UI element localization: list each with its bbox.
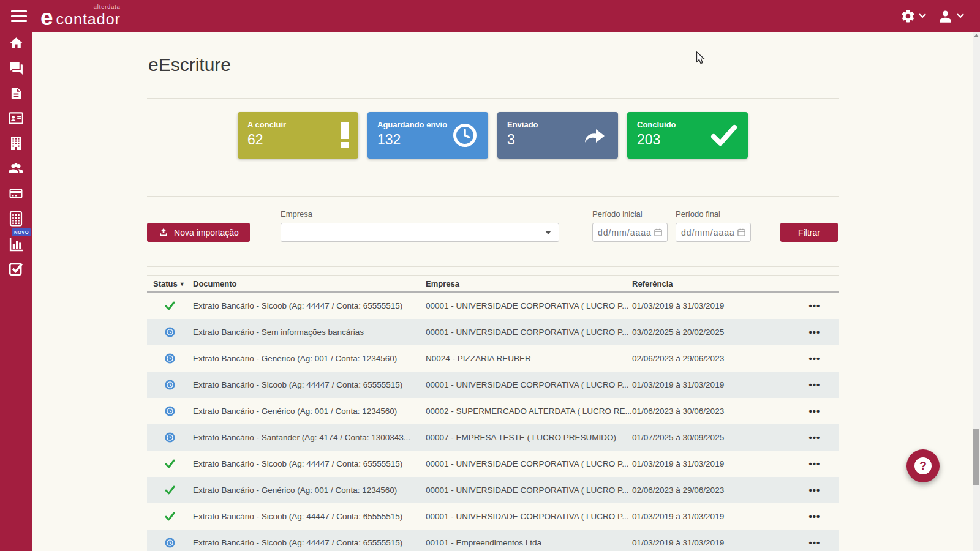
novo-badge: NOVO	[12, 228, 31, 236]
periodo-inicial-input[interactable]	[598, 228, 654, 238]
card-aguardando-envio[interactable]: Aguardando envio 132	[368, 112, 488, 159]
empresa-label: Empresa	[281, 209, 312, 219]
row-actions-button[interactable]: •••	[809, 329, 821, 335]
status-pending-icon	[165, 406, 175, 416]
sidebar-item-calculator[interactable]	[8, 211, 24, 226]
sidebar-item-billing[interactable]	[8, 186, 24, 201]
row-actions-button[interactable]: •••	[809, 461, 821, 467]
row-actions-button[interactable]: •••	[809, 514, 821, 520]
status-cell	[147, 301, 193, 310]
row-actions-button[interactable]: •••	[809, 382, 821, 388]
empresa-cell: 00002 - SUPERMERCADO ALTERDATA ( LUCRO R…	[426, 407, 632, 416]
documento-cell: Extrato Bancário - Sicoob (Ag: 44447 / C…	[193, 512, 426, 521]
menu-icon[interactable]	[7, 7, 32, 26]
empresa-cell: 00001 - UNIVERSIDADE CORPORATIVA ( LUCRO…	[426, 380, 632, 389]
documento-cell: Extrato Bancário - Sicoob (Ag: 44447 / C…	[193, 538, 426, 547]
empresa-cell: 00001 - UNIVERSIDADE CORPORATIVA ( LUCRO…	[426, 485, 632, 495]
empresa-cell: 00101 - Empreendimentos Ltda	[426, 538, 632, 547]
header-referencia: Referência	[632, 279, 790, 288]
sidebar-item-home[interactable]	[8, 36, 24, 50]
card-concluido[interactable]: Concluído 203	[627, 112, 748, 159]
chat-icon	[9, 61, 24, 76]
card-a-concluir[interactable]: A concluir 62	[238, 112, 358, 159]
help-button[interactable]: ?	[907, 449, 940, 482]
user-menu[interactable]	[937, 8, 964, 24]
brand-subtitle: alterdata	[94, 4, 121, 10]
table-row[interactable]: Extrato Bancário - Genérico (Ag: 001 / C…	[147, 477, 839, 503]
building-icon	[9, 136, 23, 151]
table-body: Extrato Bancário - Sicoob (Ag: 44447 / C…	[147, 293, 839, 551]
empresa-cell: N0024 - PIZZARIA REUBER	[426, 354, 632, 363]
credit-card-icon	[8, 186, 24, 201]
referencia-cell: 01/03/2019 à 31/03/2019	[632, 301, 790, 310]
documento-cell: Extrato Bancário - Sicoob (Ag: 44447 / C…	[193, 380, 426, 389]
sidebar-item-tasks[interactable]	[8, 261, 24, 276]
table-row[interactable]: Extrato Bancário - Genérico (Ag: 001 / C…	[147, 345, 839, 372]
referencia-cell: 01/03/2019 à 31/03/2019	[632, 459, 790, 468]
sidebar-item-reports[interactable]: NOVO	[8, 236, 24, 251]
sidebar-item-companies[interactable]	[8, 136, 24, 151]
sidebar-item-contacts[interactable]	[8, 111, 24, 126]
row-actions-button[interactable]: •••	[809, 435, 821, 441]
sidebar-item-chat[interactable]	[8, 61, 24, 75]
card-enviado[interactable]: Enviado 3	[497, 112, 618, 159]
document-icon	[9, 86, 23, 100]
question-mark-icon: ?	[914, 457, 932, 474]
topbar: e alterdata contador	[0, 0, 980, 32]
referencia-cell: 01/03/2019 à 31/03/2019	[632, 380, 790, 389]
table-row[interactable]: Extrato Bancário - Sicoob (Ag: 44447 / C…	[147, 293, 839, 319]
status-cell	[147, 432, 193, 443]
row-actions-button[interactable]: •••	[809, 303, 821, 309]
referencia-cell: 01/06/2023 à 30/06/2023	[632, 407, 790, 416]
empresa-cell: 00007 - EMPRESA TESTE ( LUCRO PRESUMIDO)	[426, 433, 632, 442]
table-row[interactable]: Extrato Bancário - Sem informações bancá…	[147, 319, 839, 345]
settings-menu[interactable]	[900, 9, 926, 24]
calendar-icon[interactable]	[737, 228, 745, 236]
sort-arrow-icon: ▾	[181, 280, 184, 287]
divider	[147, 266, 839, 267]
status-cell	[147, 459, 193, 468]
status-cell	[147, 327, 193, 337]
scrollbar[interactable]	[973, 32, 980, 551]
card-label: A concluir	[247, 120, 349, 129]
scroll-up-arrow-icon[interactable]	[974, 34, 979, 37]
row-actions-button[interactable]: •••	[809, 408, 821, 414]
table-row[interactable]: Extrato Bancário - Genérico (Ag: 001 / C…	[147, 398, 839, 424]
table-row[interactable]: Extrato Bancário - Santander (Ag: 4174 /…	[147, 424, 839, 451]
header-status[interactable]: Status ▾	[147, 279, 193, 288]
referencia-cell: 03/02/2025 à 20/02/2025	[632, 328, 790, 337]
sidebar-item-documents[interactable]	[8, 86, 24, 100]
documento-cell: Extrato Bancário - Genérico (Ag: 001 / C…	[193, 407, 426, 416]
divider	[147, 196, 839, 197]
empresa-cell: 00001 - UNIVERSIDADE CORPORATIVA ( LUCRO…	[426, 512, 632, 521]
documents-table: Status ▾ Documento Empresa Referência Ex…	[147, 275, 839, 551]
scrollbar-thumb[interactable]	[973, 429, 979, 485]
referencia-cell: 01/03/2019 à 31/03/2019	[632, 538, 790, 547]
status-done-icon	[165, 459, 175, 468]
status-done-icon	[165, 512, 175, 521]
table-row[interactable]: Extrato Bancário - Sicoob (Ag: 44447 / C…	[147, 372, 839, 398]
table-row[interactable]: Extrato Bancário - Sicoob (Ag: 44447 / C…	[147, 451, 839, 477]
periodo-final-input[interactable]	[681, 228, 737, 238]
header-empresa: Empresa	[426, 279, 632, 288]
brand-logo[interactable]: e alterdata contador	[40, 5, 121, 27]
nova-importacao-button[interactable]: Nova importação	[147, 223, 250, 242]
contact-card-icon	[8, 110, 24, 126]
sidebar-item-people[interactable]	[8, 161, 24, 176]
chevron-down-icon	[545, 231, 551, 234]
documento-cell: Extrato Bancário - Santander (Ag: 4174 /…	[193, 433, 426, 442]
documento-cell: Extrato Bancário - Genérico (Ag: 001 / C…	[193, 354, 426, 363]
card-value: 62	[247, 132, 349, 148]
empresa-select[interactable]	[281, 223, 559, 242]
empresa-cell: 00001 - UNIVERSIDADE CORPORATIVA ( LUCRO…	[426, 459, 632, 468]
table-row[interactable]: Extrato Bancário - Sicoob (Ag: 44447 / C…	[147, 503, 839, 530]
table-row[interactable]: Extrato Bancário - Sicoob (Ag: 44447 / C…	[147, 530, 839, 551]
row-actions-button[interactable]: •••	[809, 487, 821, 493]
home-icon	[9, 36, 24, 51]
calendar-icon[interactable]	[654, 228, 662, 236]
row-actions-button[interactable]: •••	[809, 540, 821, 546]
status-cards: A concluir 62 Aguardando envio 132 Envia…	[238, 112, 748, 159]
status-pending-icon	[165, 538, 175, 548]
row-actions-button[interactable]: •••	[809, 356, 821, 362]
filtrar-button[interactable]: Filtrar	[780, 223, 838, 242]
